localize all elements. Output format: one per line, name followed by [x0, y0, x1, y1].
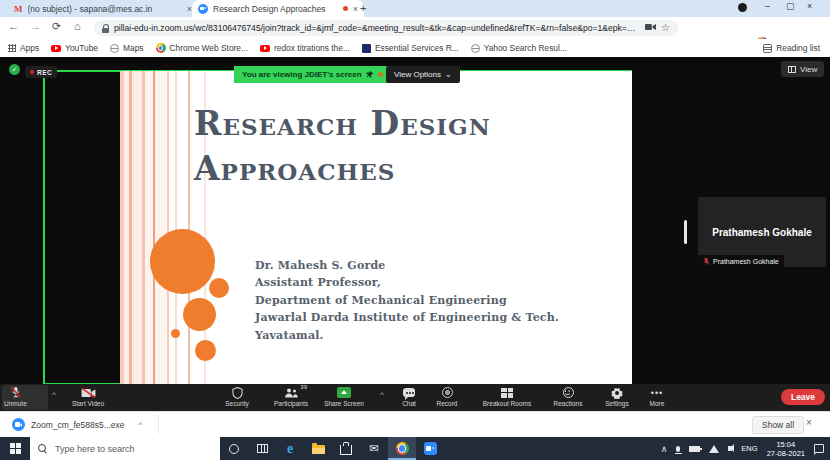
- file-explorer-button[interactable]: [304, 437, 332, 460]
- start-video-button[interactable]: Start Video: [62, 386, 114, 407]
- chrome-button[interactable]: [388, 437, 416, 460]
- new-tab-button[interactable]: +: [360, 2, 366, 14]
- more-button[interactable]: ••• More: [640, 386, 674, 407]
- start-video-label: Start Video: [72, 400, 104, 407]
- bookmark-label: Chrome Web Store...: [170, 43, 249, 53]
- reload-icon[interactable]: ⟳: [52, 20, 61, 33]
- reactions-button[interactable]: Reactions: [547, 386, 589, 407]
- tray-expand-chevron[interactable]: ∧: [661, 444, 668, 454]
- close-shelf-icon[interactable]: ×: [806, 417, 812, 428]
- bookmark-youtube[interactable]: YouTube: [51, 43, 98, 53]
- bookmark-webstore[interactable]: Chrome Web Store...: [156, 43, 249, 53]
- view-button[interactable]: View: [781, 61, 824, 77]
- action-center-icon[interactable]: [814, 444, 824, 453]
- reading-list-button[interactable]: Reading list: [763, 43, 820, 53]
- pin-icon[interactable]: [366, 70, 374, 79]
- slide-circle-large: [150, 229, 215, 294]
- participants-icon: 39: [284, 386, 298, 399]
- window-minimize-button[interactable]: –: [765, 1, 770, 11]
- youtube-icon: [260, 45, 270, 52]
- security-button[interactable]: Security: [217, 386, 257, 407]
- view-options-button[interactable]: View Options ⌄: [386, 66, 460, 83]
- view-options-label: View Options: [394, 70, 441, 79]
- zoom-meeting-page: Research Design Approaches Dr. Mahesh S.…: [0, 57, 830, 411]
- shelf-divider: [158, 415, 159, 434]
- chrome-webstore-icon: [156, 43, 166, 53]
- bookmark-redox[interactable]: redox titrations the...: [260, 43, 350, 53]
- taskbar-search-input[interactable]: Type here to search: [30, 437, 220, 460]
- language-indicator[interactable]: ENG: [741, 444, 757, 453]
- tab-zoom-meeting[interactable]: Research Design Approaches ×: [192, 0, 364, 17]
- start-button[interactable]: [0, 437, 30, 460]
- record-button[interactable]: Record: [429, 386, 465, 407]
- window-close-button[interactable]: ×: [807, 1, 812, 11]
- tab-gmail[interactable]: M (no subject) - sapana@mes.ac.in ×: [8, 0, 198, 17]
- viewing-screen-banner: You are viewing JDIET's screen: [234, 66, 391, 83]
- participant-label-text: Prathamesh Gokhale: [713, 258, 779, 265]
- site-icon: [362, 44, 371, 53]
- volume-icon[interactable]: [728, 446, 732, 451]
- bookmark-essential[interactable]: Essential Services R...: [362, 43, 459, 53]
- leave-button[interactable]: Leave: [781, 389, 825, 405]
- network-icon[interactable]: [709, 445, 719, 453]
- search-placeholder: Type here to search: [55, 444, 135, 454]
- mic-muted-icon: [9, 386, 22, 399]
- bookmark-maps[interactable]: Maps: [110, 43, 143, 53]
- download-options-chevron[interactable]: ^: [139, 420, 143, 429]
- globe-icon: [110, 44, 119, 53]
- battery-icon[interactable]: [689, 446, 700, 452]
- window-maximize-button[interactable]: ▢: [786, 1, 795, 11]
- participant-name-label: Prathamesh Gokhale: [698, 255, 784, 268]
- bookmark-yahoo[interactable]: Yahoo Search Resul...: [471, 43, 567, 53]
- audio-options-chevron[interactable]: ^: [52, 390, 56, 399]
- edge-icon: e: [287, 442, 293, 456]
- url-field[interactable]: pillai-edu-in.zoom.us/wc/83106476745/joi…: [94, 20, 678, 36]
- record-circle-icon: [442, 386, 453, 399]
- edge-button[interactable]: e: [276, 437, 304, 460]
- download-item[interactable]: Zoom_cm_fe588s5...exe ^: [12, 415, 142, 434]
- reading-list-icon: [763, 44, 772, 53]
- zoom-toolbar: Unmute ^ Start Video Security 39: [0, 384, 830, 411]
- secure-lock-icon[interactable]: [102, 24, 109, 33]
- chat-button[interactable]: Chat: [392, 386, 426, 407]
- search-icon: [38, 444, 48, 454]
- bookmark-label: redox titrations the...: [274, 43, 350, 53]
- download-filename: Zoom_cm_fe588s5...exe: [31, 420, 125, 430]
- tab-media-camera-icon[interactable]: [645, 23, 656, 33]
- youtube-icon: [51, 45, 61, 52]
- home-icon[interactable]: ⌂: [74, 20, 81, 32]
- download-shelf: Zoom_cm_fe588s5...exe ^ Show all ×: [0, 411, 830, 437]
- tray-mic-icon[interactable]: [676, 446, 680, 452]
- system-tray: ∧ ENG 15:04 27-08-2021: [661, 440, 830, 458]
- share-screen-button[interactable]: Share Screen: [319, 386, 369, 407]
- participants-button[interactable]: 39 Participants: [268, 386, 314, 407]
- recording-red-dot: [30, 70, 34, 74]
- clock[interactable]: 15:04 27-08-2021: [767, 440, 805, 458]
- chat-label: Chat: [402, 400, 416, 407]
- credit-line: Jawarlal Darda Institute of Engineering …: [255, 309, 559, 326]
- mail-button[interactable]: ✉: [360, 437, 388, 460]
- bookmark-label: Maps: [123, 43, 143, 53]
- bookmarks-bar: Apps YouTube Maps Chrome Web Store... re…: [0, 39, 830, 58]
- zoom-app-button[interactable]: [416, 437, 444, 460]
- cortana-button[interactable]: [220, 437, 248, 460]
- connection-secure-shield-icon: ✓: [9, 64, 20, 75]
- view-grid-icon: [788, 66, 796, 73]
- slide-circle-tiny: [171, 329, 180, 338]
- camera-off-icon: [81, 386, 96, 399]
- settings-button[interactable]: Settings: [598, 386, 636, 407]
- forward-icon[interactable]: →: [30, 20, 41, 32]
- bookmark-apps[interactable]: Apps: [8, 43, 39, 53]
- show-all-downloads-button[interactable]: Show all: [752, 416, 804, 434]
- breakout-rooms-button[interactable]: Breakout Rooms: [478, 386, 536, 407]
- task-view-button[interactable]: [248, 437, 276, 460]
- bookmark-star-icon[interactable]: ☆: [661, 23, 670, 33]
- banner-status-dot: [378, 72, 383, 77]
- share-options-chevron[interactable]: ^: [380, 390, 384, 399]
- back-icon[interactable]: ←: [8, 20, 19, 32]
- microsoft-store-button[interactable]: [332, 437, 360, 460]
- gear-icon: [611, 386, 623, 399]
- tab-close-icon[interactable]: ×: [353, 4, 358, 14]
- unmute-button[interactable]: Unmute: [4, 386, 27, 407]
- participants-scrollbar[interactable]: [684, 220, 687, 244]
